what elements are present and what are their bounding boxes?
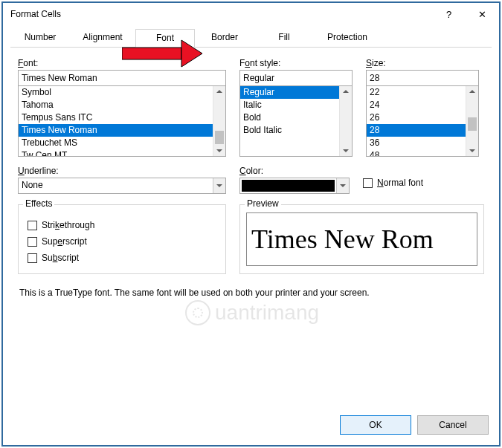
list-item[interactable]: 24 [367,99,466,111]
format-cells-dialog: Format Cells ? ✕ Number Alignment Font B… [1,1,501,447]
effects-group: Effects Strikethrough Superscript Subscr… [18,204,226,274]
underline-label: Underline: [18,166,226,176]
checkbox-icon [363,178,373,188]
preview-group: Preview Times New Rom [239,204,484,274]
font-style-label: Font style: [239,58,353,68]
superscript-checkbox[interactable]: Superscript [28,236,216,247]
size-label: Size: [366,58,479,68]
list-item[interactable]: Tempus Sans ITC [19,111,213,124]
list-item[interactable]: 48 [367,149,466,157]
normal-font-checkbox[interactable]: Normal font [363,178,484,188]
dialog-footer: OK Cancel [3,408,499,445]
underline-value: None [19,178,213,193]
font-style-input[interactable] [239,70,353,86]
color-swatch [242,180,335,192]
preview-label: Preview [245,198,281,209]
tab-font[interactable]: Font [135,29,195,48]
checkbox-icon [28,237,37,247]
font-style-listbox[interactable]: Regular Italic Bold Bold Italic [239,85,353,157]
font-input[interactable] [18,70,226,86]
list-item[interactable]: Trebuchet MS [19,137,213,149]
tab-fill[interactable]: Fill [254,29,314,48]
effects-label: Effects [23,198,54,209]
color-combo[interactable] [239,178,350,194]
close-button[interactable]: ✕ [466,3,499,25]
scrollbar[interactable] [339,86,352,156]
chevron-down-icon[interactable] [336,178,349,193]
watermark: uantrimang [185,300,319,325]
font-label: Font: [18,58,226,68]
list-item[interactable]: 26 [367,111,466,124]
tab-bar: Number Alignment Font Border Fill Protec… [10,28,492,48]
list-item[interactable]: Regular [240,86,339,99]
scrollbar[interactable] [213,86,225,156]
font-listbox[interactable]: Symbol Tahoma Tempus Sans ITC Times New … [18,85,226,157]
list-item[interactable]: 36 [367,137,466,149]
list-item[interactable]: 22 [367,86,466,99]
underline-combo[interactable]: None [18,178,226,194]
window-title: Format Cells [10,9,432,19]
size-listbox[interactable]: 22 24 26 28 36 48 [366,85,479,157]
dialog-content: Font: Symbol Tahoma Tempus Sans ITC Time… [3,48,499,408]
help-button[interactable]: ? [432,3,466,25]
tab-number[interactable]: Number [10,29,70,48]
subscript-checkbox[interactable]: Subscript [28,253,216,263]
strikethrough-checkbox[interactable]: Strikethrough [28,220,216,230]
tab-alignment[interactable]: Alignment [70,29,135,48]
tab-border[interactable]: Border [195,29,254,48]
list-item[interactable]: Tahoma [19,99,213,111]
color-label: Color: [239,166,350,176]
list-item[interactable]: Symbol [19,86,213,99]
checkbox-icon [28,221,37,230]
list-item[interactable]: Tw Cen MT [19,149,213,157]
tab-protection[interactable]: Protection [314,29,381,48]
list-item[interactable]: Bold Italic [240,124,339,137]
list-item[interactable]: Times New Roman [19,124,213,137]
cancel-button[interactable]: Cancel [417,415,489,435]
list-item[interactable]: 28 [367,124,466,137]
preview-box: Times New Rom [246,212,477,266]
list-item[interactable]: Bold [240,111,339,124]
ok-button[interactable]: OK [340,415,411,435]
checkbox-icon [28,253,37,263]
titlebar: Format Cells ? ✕ [3,3,499,25]
list-item[interactable]: Italic [240,99,339,111]
size-input[interactable] [366,70,479,86]
scrollbar[interactable] [466,86,478,156]
font-description: This is a TrueType font. The same font w… [19,288,483,298]
chevron-down-icon[interactable] [213,178,225,193]
